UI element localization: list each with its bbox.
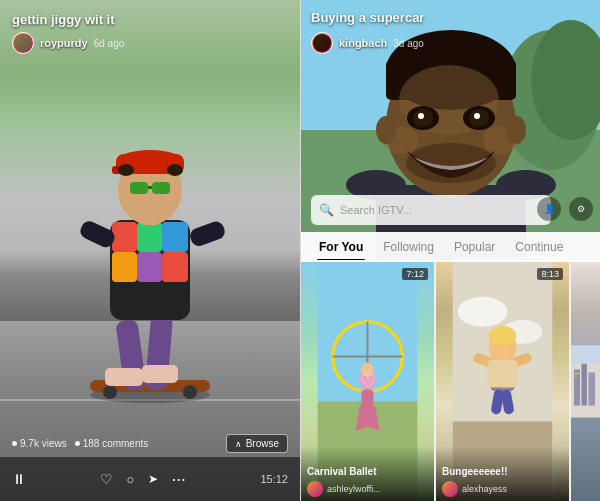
- svg-point-49: [506, 116, 526, 144]
- heart-overlay-1: ♡: [360, 371, 376, 393]
- left-username[interactable]: roypurdy: [40, 37, 88, 49]
- thumb-2-avatar: [442, 481, 458, 497]
- thumb-1-info: Carnival Ballet ashleylwoffi...: [301, 446, 434, 501]
- share-icon[interactable]: ➤: [148, 472, 158, 486]
- thumb-1-duration: 7:12: [402, 268, 428, 280]
- pause-icon[interactable]: ⏸: [12, 471, 26, 487]
- svg-point-2: [103, 385, 117, 399]
- thumb-2-username: alexhayess: [462, 484, 507, 494]
- tab-for-you-label: For You: [319, 240, 363, 254]
- left-video-title: gettin jiggy wit it: [12, 12, 115, 27]
- right-video-area: Buying a supercar kingbach 3d ago 🔍 Sear…: [301, 0, 600, 260]
- svg-rect-72: [582, 364, 587, 406]
- comments-count: 188 comments: [83, 438, 149, 449]
- browse-button[interactable]: ∧ Browse: [226, 434, 288, 453]
- tab-following-label: Following: [383, 240, 434, 254]
- avatar-image: [14, 34, 32, 52]
- thumbnails-row: ♡ 7:12 Carnival Ballet ashleylwoffi...: [301, 262, 600, 501]
- right-user-row: kingbach 3d ago: [311, 32, 424, 54]
- thumb-1-title: Carnival Ballet: [307, 466, 428, 478]
- svg-rect-7: [142, 365, 178, 383]
- right-user-avatar[interactable]: [311, 32, 333, 54]
- svg-point-60: [458, 297, 508, 327]
- stat-dot-2: [75, 441, 80, 446]
- svg-point-25: [118, 164, 134, 176]
- heart-icon[interactable]: ♡: [100, 471, 113, 487]
- thumb-3-content: [571, 262, 600, 501]
- svg-rect-14: [162, 252, 188, 282]
- gear-icon[interactable]: ⚙: [569, 197, 593, 221]
- stat-dot: [12, 441, 17, 446]
- tab-following[interactable]: Following: [373, 234, 444, 260]
- thumb-2-duration: 8:13: [537, 268, 563, 280]
- left-time-ago: 6d ago: [94, 38, 125, 49]
- thumb-2-title: Bungeeeeee!!: [442, 466, 563, 478]
- comments-stat: 188 comments: [75, 438, 149, 449]
- tab-popular-label: Popular: [454, 240, 495, 254]
- tab-for-you[interactable]: For You: [309, 234, 373, 260]
- action-icons: ♡ ○ ➤ •••: [100, 471, 187, 487]
- camera-icon[interactable]: 👤: [537, 197, 561, 221]
- avatar-img-right: [313, 34, 331, 52]
- svg-rect-76: [578, 373, 580, 375]
- right-video-info: Buying a supercar: [311, 10, 591, 25]
- left-top-info: gettin jiggy wit it: [12, 12, 288, 27]
- left-video-panel: gettin jiggy wit it roypurdy 6d ago 9.7k…: [0, 0, 300, 501]
- svg-rect-10: [137, 222, 162, 252]
- svg-rect-11: [162, 222, 188, 252]
- right-time-ago: 3d ago: [393, 38, 424, 49]
- svg-point-47: [406, 143, 496, 183]
- thumbnail-3[interactable]: [571, 262, 600, 501]
- svg-rect-6: [105, 368, 143, 386]
- svg-rect-23: [152, 182, 170, 194]
- svg-rect-12: [112, 252, 137, 282]
- thumb-2-user-row: alexhayess: [442, 481, 563, 497]
- left-user-avatar[interactable]: [12, 32, 34, 54]
- camera-icons-area: 👤 ⚙: [537, 197, 593, 221]
- skater-figure: [30, 50, 270, 410]
- views-stat: 9.7k views: [12, 438, 67, 449]
- svg-point-3: [183, 385, 197, 399]
- thumb-1-user-row: ashleylwoffi...: [307, 481, 428, 497]
- svg-rect-24: [148, 186, 152, 189]
- svg-rect-13: [137, 252, 162, 282]
- video-timestamp: 15:12: [260, 473, 288, 485]
- search-icon: 🔍: [319, 203, 334, 217]
- views-count: 9.7k views: [20, 438, 67, 449]
- right-username[interactable]: kingbach: [339, 37, 387, 49]
- left-stats: 9.7k views 188 comments: [12, 438, 148, 449]
- svg-point-43: [418, 113, 424, 119]
- svg-rect-77: [575, 376, 577, 378]
- svg-rect-75: [575, 373, 577, 375]
- left-bottom-stats: 9.7k views 188 comments ∧ Browse: [12, 434, 288, 453]
- svg-point-48: [376, 116, 396, 144]
- more-icon[interactable]: •••: [172, 475, 186, 484]
- thumb-1-avatar: [307, 481, 323, 497]
- tab-continue-label: Continue: [515, 240, 563, 254]
- svg-rect-16: [188, 219, 227, 248]
- browse-label: Browse: [246, 438, 279, 449]
- igtv-tabs: For You Following Popular Continue: [301, 232, 600, 260]
- svg-rect-9: [112, 222, 137, 252]
- right-video-title: Buying a supercar: [311, 10, 424, 25]
- svg-rect-74: [571, 346, 600, 364]
- thumb-2-info: Bungeeeeee!! alexhayess: [436, 446, 569, 501]
- svg-point-26: [167, 164, 183, 176]
- svg-rect-73: [588, 373, 595, 406]
- svg-point-63: [489, 326, 517, 346]
- tab-continue[interactable]: Continue: [505, 234, 573, 260]
- tab-popular[interactable]: Popular: [444, 234, 505, 260]
- search-bar[interactable]: 🔍 Search IGTV...: [311, 195, 551, 225]
- chevron-up-icon: ∧: [235, 439, 242, 449]
- svg-rect-71: [574, 370, 580, 406]
- thumbnail-2[interactable]: 8:13 Bungeeeeee!! alexhayess: [436, 262, 569, 501]
- svg-rect-67: [488, 360, 518, 388]
- svg-rect-22: [130, 182, 148, 194]
- comment-icon[interactable]: ○: [127, 472, 135, 487]
- svg-point-44: [474, 113, 480, 119]
- search-placeholder-text: Search IGTV...: [340, 204, 412, 216]
- thumbnail-1[interactable]: ♡ 7:12 Carnival Ballet ashleylwoffi...: [301, 262, 434, 501]
- left-controls-bar: ⏸ ♡ ○ ➤ ••• 15:12: [0, 457, 300, 501]
- thumb-1-username: ashleylwoffi...: [327, 484, 381, 494]
- right-igtv-panel: Buying a supercar kingbach 3d ago 🔍 Sear…: [301, 0, 600, 501]
